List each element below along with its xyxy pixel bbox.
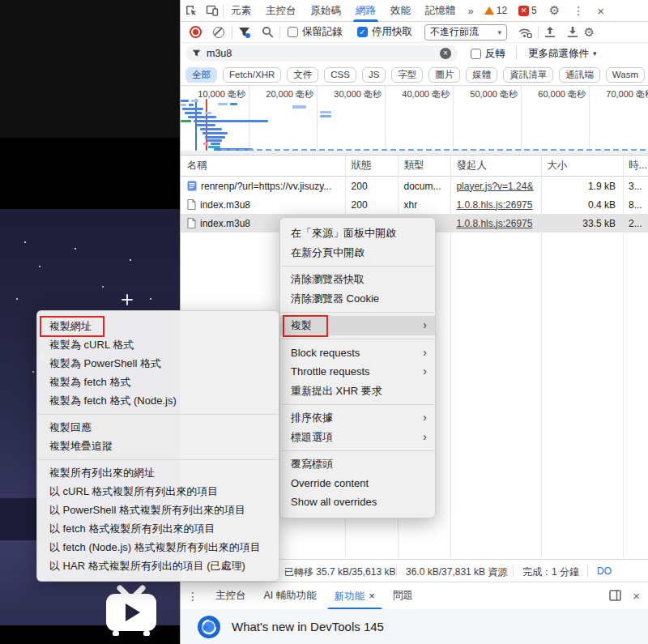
close-drawer-icon[interactable]: × xyxy=(633,589,640,603)
settings-gear-icon[interactable]: ⚙ xyxy=(543,3,566,18)
submenu-item-copy-all-urls[interactable]: 複製所有列出來的網址 xyxy=(37,463,279,482)
drawer-menu-kebab-icon[interactable]: ⋮ xyxy=(181,590,207,603)
menu-item-header-options[interactable]: 標題選項› xyxy=(280,428,435,447)
initiator-link[interactable]: 1.0.8.hls.js:26975 xyxy=(456,199,532,211)
tab-elements[interactable]: 元素 xyxy=(224,0,258,22)
drawer-tab-console[interactable]: 主控台 xyxy=(207,582,255,610)
chip-media[interactable]: 媒體 xyxy=(466,67,497,83)
column-header-type[interactable]: 類型 xyxy=(398,159,450,173)
chip-wasm[interactable]: Wasm xyxy=(606,67,645,83)
throttling-dropdown[interactable]: 不進行節流 ▾ xyxy=(424,24,507,41)
column-header-name[interactable]: 名稱 xyxy=(181,159,345,173)
disable-cache-checkbox[interactable]: ✓ 停用快取 xyxy=(350,25,420,39)
submenu-item-copy-all-as-har[interactable]: 以 HAR 格式複製所有列出的項目 (已處理) xyxy=(37,557,279,575)
submenu-item-copy-all-as-powershell[interactable]: 以 PowerShell 格式複製所有列出來的項目 xyxy=(37,501,279,519)
filter-input-pill[interactable]: × xyxy=(185,45,458,62)
table-row[interactable]: renrenp/?url=https://vv.jisuzy... 200 do… xyxy=(181,177,648,195)
submenu-item-copy-url[interactable]: 複製網址 xyxy=(37,317,279,335)
record-network-log-button[interactable] xyxy=(190,26,202,38)
menu-item-throttle-requests[interactable]: Throttle requests› xyxy=(280,362,435,382)
chip-fetch-xhr[interactable]: Fetch/XHR xyxy=(223,67,281,83)
submenu-item-copy-as-fetch-nodejs[interactable]: 複製為 fetch 格式 (Node.js) xyxy=(37,391,279,410)
chip-css[interactable]: CSS xyxy=(324,67,356,83)
warning-count: 12 xyxy=(497,5,507,16)
tab-memory[interactable]: 記憶體 xyxy=(418,0,463,22)
table-row[interactable]: index.m3u8 200 xhr 1.0.8.hls.js:26975 0.… xyxy=(181,195,648,214)
invert-filter-checkbox[interactable]: 反轉 xyxy=(471,47,505,61)
drawer-tab-ai-assistance[interactable]: AI 輔助功能 xyxy=(255,582,326,610)
network-conditions-icon[interactable] xyxy=(512,27,538,38)
submenu-item-copy-stack-trace[interactable]: 複製堆疊追蹤 xyxy=(37,437,279,455)
whats-new-title[interactable]: What's new in DevTools 145 xyxy=(232,620,384,633)
inspect-element-icon[interactable] xyxy=(181,4,202,17)
overview-scroll-strip xyxy=(181,151,648,155)
submenu-item-copy-response[interactable]: 複製回應 xyxy=(37,418,279,437)
preserve-log-checkbox[interactable]: 保留記錄 xyxy=(280,25,350,39)
network-settings-gear-icon[interactable]: ⚙ xyxy=(584,25,595,40)
close-devtools-icon[interactable]: × xyxy=(590,4,611,18)
initiator-link[interactable]: player.js?v=1.24& xyxy=(456,181,533,192)
more-filters-dropdown[interactable]: 更多篩選條件 ▾ xyxy=(528,47,597,61)
chip-all[interactable]: 全部 xyxy=(185,67,217,83)
menu-item-replay-xhr[interactable]: 重新提出 XHR 要求 xyxy=(280,382,435,401)
warnings-badge[interactable]: 12 xyxy=(479,5,513,16)
clear-filter-icon[interactable]: × xyxy=(440,48,451,59)
chip-doc[interactable]: 文件 xyxy=(287,67,318,83)
menu-separator xyxy=(281,339,434,339)
menu-item-sort-by[interactable]: 排序依據› xyxy=(280,408,435,428)
drawer-tab-whats-new[interactable]: 新功能× xyxy=(326,582,384,610)
menu-item-block-requests[interactable]: Block requests› xyxy=(280,343,435,363)
clear-network-log-icon[interactable] xyxy=(213,27,224,38)
submenu-item-copy-as-curl[interactable]: 複製為 cURL 格式 xyxy=(37,335,279,354)
tab-performance[interactable]: 效能 xyxy=(383,0,418,22)
device-toolbar-icon[interactable] xyxy=(202,4,223,17)
chip-js[interactable]: JS xyxy=(362,67,386,83)
menu-item-override-content[interactable]: Override content xyxy=(280,474,435,493)
export-har-icon[interactable] xyxy=(561,26,584,38)
menu-separator xyxy=(281,404,434,405)
statusbar-divider xyxy=(587,565,588,577)
devtools-menu-kebab-icon[interactable]: ⋮ xyxy=(566,4,590,17)
menu-item-open-in-new-tab[interactable]: 在新分頁中開啟 xyxy=(280,243,435,262)
dock-panel-icon[interactable] xyxy=(609,590,621,601)
tab-network[interactable]: 網路 xyxy=(348,0,383,22)
chip-img[interactable]: 圖片 xyxy=(428,67,460,83)
chip-websocket[interactable]: 通訊端 xyxy=(559,67,600,83)
network-context-menu: 在「來源」面板中開啟 在新分頁中開啟 清除瀏覽器快取 清除瀏覽器 Cookie … xyxy=(279,217,436,518)
initiator-link[interactable]: 1.0.8.hls.js:26975 xyxy=(456,218,532,229)
menu-separator xyxy=(281,312,434,313)
drawer-tab-issues[interactable]: 問題 xyxy=(384,582,422,610)
menu-item-override-headers[interactable]: 覆寫標頭 xyxy=(280,454,435,474)
tab-console[interactable]: 主控台 xyxy=(258,0,304,22)
filter-funnel-icon[interactable] xyxy=(232,27,256,38)
close-tab-icon[interactable]: × xyxy=(369,590,375,602)
tab-sources[interactable]: 原始碼 xyxy=(304,0,349,22)
submenu-chevron-icon: › xyxy=(423,316,427,335)
column-header-status[interactable]: 狀態 xyxy=(345,159,398,173)
chip-manifest[interactable]: 資訊清單 xyxy=(503,67,553,83)
column-header-size[interactable]: 大小 xyxy=(540,159,622,173)
filter-input[interactable] xyxy=(207,48,409,59)
submenu-item-copy-all-as-curl[interactable]: 以 cURL 格式複製所有列出來的項目 xyxy=(37,482,279,501)
menu-item-copy[interactable]: 複製› xyxy=(280,316,435,335)
statusbar-divider xyxy=(513,565,514,577)
menu-item-open-in-sources[interactable]: 在「來源」面板中開啟 xyxy=(280,224,435,243)
more-tabs-icon[interactable]: » xyxy=(463,5,479,17)
errors-badge[interactable]: ✕ 5 xyxy=(513,5,543,16)
import-har-icon[interactable] xyxy=(539,26,561,38)
menu-item-clear-cookies[interactable]: 清除瀏覽器 Cookie xyxy=(280,289,435,309)
column-header-time[interactable]: 時... xyxy=(622,159,648,173)
preserve-log-label: 保留記錄 xyxy=(302,25,343,39)
submenu-item-copy-all-as-fetch[interactable]: 以 fetch 格式複製所有列出來的項目 xyxy=(37,519,279,538)
play-tv-icon[interactable] xyxy=(103,583,160,642)
submenu-item-copy-as-fetch[interactable]: 複製為 fetch 格式 xyxy=(37,373,279,391)
menu-item-clear-cache[interactable]: 清除瀏覽器快取 xyxy=(280,270,435,289)
network-overview-timeline[interactable]: 10,000 毫秒 20,000 毫秒 30,000 毫秒 40,000 毫秒 … xyxy=(181,86,648,156)
menu-separator xyxy=(38,414,278,415)
column-header-initiator[interactable]: 發起人 xyxy=(450,159,540,173)
submenu-item-copy-as-powershell[interactable]: 複製為 PowerShell 格式 xyxy=(37,354,279,373)
search-icon[interactable] xyxy=(256,26,279,38)
submenu-item-copy-all-as-fetch-nodejs[interactable]: 以 fetch (Node.js) 格式複製所有列出來的項目 xyxy=(37,538,279,557)
chip-font[interactable]: 字型 xyxy=(391,67,423,83)
menu-item-show-all-overrides[interactable]: Show all overrides xyxy=(280,493,435,512)
